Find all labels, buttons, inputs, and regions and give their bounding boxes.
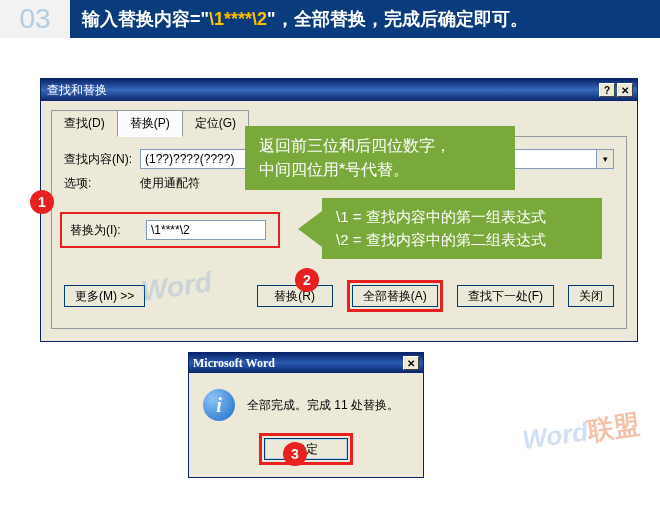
find-dropdown-icon[interactable] (597, 149, 614, 169)
confirmation-dialog: Microsoft Word ✕ i 全部完成。完成 11 处替换。 确定 (188, 352, 424, 478)
step-instruction: 输入替换内容="\1****\2"，全部替换，完成后确定即可。 (70, 0, 660, 38)
msg-text: 全部完成。完成 11 处替换。 (247, 397, 399, 414)
callout-explain-groups: \1 = 查找内容中的第一组表达式 \2 = 查找内容中的第二组表达式 (322, 198, 602, 259)
msg-title: Microsoft Word (193, 356, 401, 371)
replace-input[interactable] (146, 220, 266, 240)
step-marker-3: 3 (283, 442, 307, 466)
close-icon[interactable]: ✕ (617, 83, 633, 97)
find-label: 查找内容(N): (64, 151, 140, 168)
replace-label: 替换为(I): (70, 222, 146, 239)
watermark-logo: Word联盟 (520, 407, 642, 458)
msg-titlebar: Microsoft Word ✕ (189, 353, 423, 373)
step-number: 03 (0, 0, 70, 38)
replace-highlight-box: 替换为(I): (60, 212, 280, 248)
help-icon[interactable]: ? (599, 83, 615, 97)
tab-find[interactable]: 查找(D) (51, 110, 118, 137)
msg-body: i 全部完成。完成 11 处替换。 确定 (189, 373, 423, 477)
step-marker-1: 1 (30, 190, 54, 214)
replace-all-highlight: 全部替换(A) (347, 280, 443, 312)
find-next-button[interactable]: 查找下一处(F) (457, 285, 554, 307)
replace-all-button[interactable]: 全部替换(A) (352, 285, 438, 307)
options-label: 选项: (64, 175, 140, 192)
callout-arrow-icon (298, 211, 322, 247)
replace-button[interactable]: 替换(R) (257, 285, 333, 307)
dialog-title: 查找和替换 (45, 82, 597, 99)
info-icon: i (203, 389, 235, 421)
titlebar: 查找和替换 ? ✕ (41, 79, 637, 101)
tab-goto[interactable]: 定位(G) (182, 110, 249, 137)
step-marker-2: 2 (295, 268, 319, 292)
tab-replace[interactable]: 替换(P) (117, 110, 183, 137)
more-button[interactable]: 更多(M) >> (64, 285, 145, 307)
options-value: 使用通配符 (140, 175, 200, 192)
callout-explain-result: 返回前三位和后四位数字， 中间四位用*号代替。 (245, 126, 515, 190)
step-header: 03 输入替换内容="\1****\2"，全部替换，完成后确定即可。 (0, 0, 660, 38)
button-row: 更多(M) >> 替换(R) 全部替换(A) 查找下一处(F) 关闭 (64, 276, 614, 314)
msg-close-icon[interactable]: ✕ (403, 356, 419, 370)
close-button[interactable]: 关闭 (568, 285, 614, 307)
